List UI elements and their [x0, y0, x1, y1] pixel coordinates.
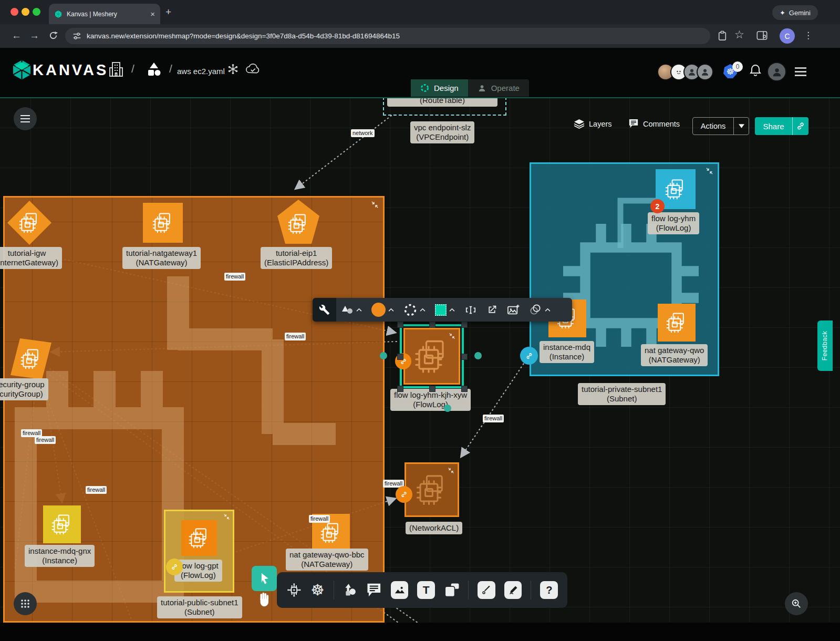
comment-tool-button[interactable]	[366, 583, 382, 597]
collapse-icon[interactable]	[706, 167, 713, 175]
collaborator-avatar[interactable]	[697, 64, 713, 80]
node-flowlog-selected[interactable]	[403, 328, 460, 385]
feedback-tab[interactable]: Feedback	[817, 320, 833, 371]
line-tool-button[interactable]	[478, 581, 495, 599]
network-acl-badge[interactable]	[396, 486, 412, 503]
resize-handle[interactable]	[397, 386, 403, 392]
add-image-button[interactable]	[502, 298, 524, 322]
help-tool-button[interactable]: ?	[540, 581, 558, 599]
save-icon[interactable]	[718, 30, 727, 41]
resize-handle[interactable]	[397, 354, 403, 360]
bookmark-star-icon[interactable]: ☆	[734, 27, 744, 42]
collapse-icon[interactable]	[223, 513, 230, 520]
design-file-name[interactable]: aws ec2.yaml	[177, 67, 225, 76]
frame-tool-button[interactable]	[444, 583, 460, 597]
open-in-new-icon	[486, 304, 497, 315]
shape-swatch-button[interactable]	[430, 298, 460, 322]
node-label: flow log-yhm(FlowLog)	[648, 212, 699, 234]
cloud-sync-icon[interactable]	[245, 63, 261, 75]
node-label: vpc endpoint-slz(VPCEndpoint)	[410, 121, 474, 143]
canvas-menu-button[interactable]	[14, 107, 37, 130]
chevron-up-icon	[449, 308, 455, 312]
collapse-icon[interactable]	[448, 467, 454, 474]
window-minimize-button[interactable]	[22, 8, 29, 16]
node-label: (RouteTable)	[387, 97, 497, 107]
collapse-icon[interactable]	[371, 201, 379, 209]
guide-dot	[444, 405, 451, 412]
operate-mode-tab[interactable]: Operate	[468, 79, 529, 97]
select-tool-button[interactable]	[252, 566, 277, 591]
resize-handle[interactable]	[397, 322, 403, 328]
organization-icon[interactable]	[109, 61, 123, 77]
actions-dropdown-icon[interactable]	[734, 124, 749, 128]
share-button[interactable]: Share	[755, 117, 808, 135]
layers-button[interactable]: Layers	[574, 119, 612, 129]
components-tool-button[interactable]	[286, 582, 302, 598]
forward-button[interactable]: →	[29, 28, 39, 43]
user-avatar[interactable]	[767, 62, 786, 81]
kanvas-logo[interactable]	[13, 60, 30, 80]
app-menu-icon[interactable]	[794, 67, 807, 77]
browser-tab[interactable]: Kanvas | Meshery ×	[49, 4, 160, 24]
site-settings-icon[interactable]	[72, 32, 81, 40]
workspace-icon[interactable]	[146, 61, 162, 77]
shapes-menu-button[interactable]	[336, 298, 367, 322]
design-mode-tab[interactable]: Design	[411, 79, 468, 97]
notifications-bell-icon[interactable]	[749, 64, 762, 77]
node-instance-gnx[interactable]	[43, 505, 81, 543]
text-tool-button[interactable]: T	[417, 581, 435, 599]
node-security-group[interactable]	[9, 337, 53, 380]
shortcuts-icon[interactable]	[227, 63, 239, 75]
node-internet-gateway[interactable]	[7, 201, 51, 245]
collapse-icon[interactable]	[449, 333, 455, 339]
back-button[interactable]: ←	[12, 28, 22, 43]
kubernetes-tool-button[interactable]: ☸	[311, 582, 325, 598]
side-panel-icon[interactable]	[756, 30, 768, 40]
node-flowlog-gpt[interactable]	[181, 520, 217, 556]
tab-close-icon[interactable]: ×	[150, 9, 155, 18]
resize-handle[interactable]	[461, 322, 468, 328]
actions-button[interactable]: Actions	[692, 117, 749, 135]
rename-button[interactable]	[460, 298, 482, 322]
browser-menu-icon[interactable]: ⋮	[804, 28, 813, 43]
node-network-acl[interactable]	[405, 462, 459, 517]
chevron-up-icon	[420, 308, 426, 312]
design-canvas[interactable]: Layers Comments Actions Share	[0, 97, 840, 641]
node-elastic-ip[interactable]	[277, 200, 319, 244]
shape-swatch	[435, 304, 447, 316]
resize-handle[interactable]	[429, 322, 435, 328]
image-tool-button[interactable]	[391, 581, 409, 599]
border-style-button[interactable]	[399, 298, 430, 322]
new-tab-button[interactable]: +	[165, 6, 171, 18]
shapes-tool-button[interactable]	[343, 583, 358, 597]
node-nat-gateway-1[interactable]	[143, 203, 183, 243]
browser-profile-avatar[interactable]: C	[780, 28, 795, 44]
pan-tool-button[interactable]	[257, 591, 272, 608]
window-close-button[interactable]	[11, 8, 18, 16]
node-nat-gateway-qwo[interactable]	[658, 304, 696, 342]
node-label: nat gateway-qwo(NATGateway)	[641, 344, 708, 366]
window-zoom-button[interactable]	[33, 8, 40, 16]
configure-tool-button[interactable]	[313, 298, 336, 322]
flowlog-gpt-badge[interactable]	[166, 559, 183, 575]
resize-handle[interactable]	[461, 354, 468, 360]
reload-button[interactable]	[48, 30, 58, 40]
cursor-icon	[258, 572, 271, 585]
resize-handle[interactable]	[461, 386, 468, 392]
open-in-new-button[interactable]	[482, 298, 502, 322]
address-bar[interactable]: kanvas.new/extension/meshmap?mode=design…	[65, 28, 710, 44]
subnet-edge-badge[interactable]	[520, 347, 538, 365]
apps-grid-button[interactable]	[14, 592, 37, 615]
group-options-button[interactable]	[524, 298, 555, 322]
person-icon	[700, 67, 710, 77]
resize-handle[interactable]	[429, 386, 435, 392]
brand-name: KANVAS	[33, 61, 108, 79]
comments-button[interactable]: Comments	[628, 119, 680, 129]
share-link-icon[interactable]	[793, 122, 808, 130]
gemini-button[interactable]: ✦ Gemini	[772, 5, 818, 20]
zoom-button[interactable]	[785, 592, 808, 615]
k8s-context-chip[interactable]: ☸ 0	[723, 64, 738, 81]
guide-dot	[380, 352, 387, 359]
fill-color-button[interactable]	[367, 298, 399, 322]
pencil-tool-button[interactable]	[504, 581, 522, 599]
